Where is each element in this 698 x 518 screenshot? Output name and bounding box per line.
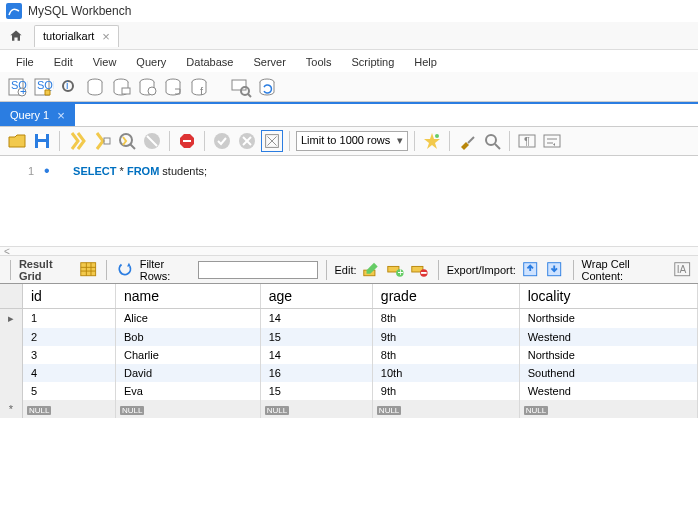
- menu-database[interactable]: Database: [176, 54, 243, 68]
- svg-text:+: +: [20, 85, 26, 97]
- null-cell[interactable]: NULL: [372, 400, 519, 418]
- table-row[interactable]: 4 David 16 10th Southend: [0, 364, 698, 382]
- view-icon[interactable]: [136, 76, 158, 98]
- query-tab-label: Query 1: [10, 109, 49, 121]
- row-marker: [0, 364, 23, 382]
- commit-icon[interactable]: [211, 130, 233, 152]
- null-cell[interactable]: NULL: [23, 400, 116, 418]
- stop-icon[interactable]: [141, 130, 163, 152]
- menu-help[interactable]: Help: [404, 54, 447, 68]
- col-age[interactable]: age: [260, 284, 372, 309]
- col-name[interactable]: name: [116, 284, 261, 309]
- null-cell[interactable]: NULL: [519, 400, 697, 418]
- delete-row-icon[interactable]: [409, 259, 429, 281]
- table-row[interactable]: ▸ 1 Alice 14 8th Northside: [0, 309, 698, 329]
- menu-view[interactable]: View: [83, 54, 127, 68]
- new-sql-tab-icon[interactable]: SQL+: [6, 76, 28, 98]
- query-tab-close-icon[interactable]: ×: [57, 108, 65, 123]
- refresh-icon[interactable]: [115, 259, 135, 281]
- brush-icon[interactable]: [456, 130, 478, 152]
- cell[interactable]: 8th: [372, 309, 519, 329]
- cell[interactable]: 16: [260, 364, 372, 382]
- search-icon[interactable]: [230, 76, 252, 98]
- cell[interactable]: Northside: [519, 346, 697, 364]
- cell[interactable]: 9th: [372, 328, 519, 346]
- table-icon[interactable]: [110, 76, 132, 98]
- menu-scripting[interactable]: Scripting: [342, 54, 405, 68]
- cell[interactable]: 4: [23, 364, 116, 382]
- menu-server[interactable]: Server: [243, 54, 295, 68]
- cell[interactable]: Eva: [116, 382, 261, 400]
- import-icon[interactable]: [544, 259, 564, 281]
- wrap-icon[interactable]: [541, 130, 563, 152]
- autocommit-icon[interactable]: [261, 130, 283, 152]
- cell[interactable]: David: [116, 364, 261, 382]
- document-tab-label: tutorialkart: [43, 30, 94, 42]
- cell[interactable]: Alice: [116, 309, 261, 329]
- menu-file[interactable]: File: [6, 54, 44, 68]
- menu-tools[interactable]: Tools: [296, 54, 342, 68]
- menu-query[interactable]: Query: [126, 54, 176, 68]
- explain-icon[interactable]: [116, 130, 138, 152]
- cell[interactable]: Westend: [519, 382, 697, 400]
- wrap-cell-icon[interactable]: IA: [672, 259, 692, 281]
- cell[interactable]: 3: [23, 346, 116, 364]
- separator: [10, 260, 11, 280]
- sql-editor[interactable]: 1• SELECT * FROM students;: [0, 156, 698, 246]
- col-locality[interactable]: locality: [519, 284, 697, 309]
- result-grid-label: Result Grid: [19, 258, 74, 282]
- null-cell[interactable]: NULL: [116, 400, 261, 418]
- result-grid-icon[interactable]: [78, 259, 98, 281]
- result-grid[interactable]: id name age grade locality ▸ 1 Alice 14 …: [0, 284, 698, 418]
- cell[interactable]: Westend: [519, 328, 697, 346]
- document-tab-close-icon[interactable]: ×: [102, 29, 110, 44]
- cell[interactable]: 8th: [372, 346, 519, 364]
- row-marker-current-icon: ▸: [0, 309, 23, 329]
- col-grade[interactable]: grade: [372, 284, 519, 309]
- table-row[interactable]: 3 Charlie 14 8th Northside: [0, 346, 698, 364]
- cell[interactable]: 15: [260, 382, 372, 400]
- cell[interactable]: 10th: [372, 364, 519, 382]
- open-sql-script-icon[interactable]: SQL: [32, 76, 54, 98]
- cell[interactable]: 1: [23, 309, 116, 329]
- execute-icon[interactable]: [66, 130, 88, 152]
- cell[interactable]: Southend: [519, 364, 697, 382]
- home-icon[interactable]: [6, 26, 26, 46]
- cell[interactable]: 14: [260, 346, 372, 364]
- cell[interactable]: Bob: [116, 328, 261, 346]
- table-row[interactable]: 5 Eva 15 9th Westend: [0, 382, 698, 400]
- open-file-icon[interactable]: [6, 130, 28, 152]
- query-tab[interactable]: Query 1 ×: [0, 104, 75, 126]
- pane-splitter[interactable]: <: [0, 246, 698, 256]
- table-row-new[interactable]: * NULL NULL NULL NULL NULL: [0, 400, 698, 418]
- execute-current-icon[interactable]: [91, 130, 113, 152]
- null-cell[interactable]: NULL: [260, 400, 372, 418]
- inspector-icon[interactable]: i: [58, 76, 80, 98]
- stop-on-error-icon[interactable]: [176, 130, 198, 152]
- edit-row-icon[interactable]: [361, 259, 381, 281]
- schema-icon[interactable]: [84, 76, 106, 98]
- filter-rows-input[interactable]: [198, 261, 318, 279]
- cell[interactable]: Northside: [519, 309, 697, 329]
- find-icon[interactable]: [481, 130, 503, 152]
- reconnect-icon[interactable]: [256, 76, 278, 98]
- limit-rows-select[interactable]: Limit to 1000 rows ▾: [296, 131, 408, 151]
- cell[interactable]: 5: [23, 382, 116, 400]
- procedure-icon[interactable]: [162, 76, 184, 98]
- rollback-icon[interactable]: [236, 130, 258, 152]
- cell[interactable]: 9th: [372, 382, 519, 400]
- function-icon[interactable]: f: [188, 76, 210, 98]
- table-row[interactable]: 2 Bob 15 9th Westend: [0, 328, 698, 346]
- cell[interactable]: 2: [23, 328, 116, 346]
- cell[interactable]: 14: [260, 309, 372, 329]
- beautify-icon[interactable]: [421, 130, 443, 152]
- toggle-invisibles-icon[interactable]: ¶: [516, 130, 538, 152]
- add-row-icon[interactable]: +: [385, 259, 405, 281]
- menu-edit[interactable]: Edit: [44, 54, 83, 68]
- cell[interactable]: Charlie: [116, 346, 261, 364]
- export-icon[interactable]: [520, 259, 540, 281]
- cell[interactable]: 15: [260, 328, 372, 346]
- save-icon[interactable]: [31, 130, 53, 152]
- col-id[interactable]: id: [23, 284, 116, 309]
- document-tab[interactable]: tutorialkart ×: [34, 25, 119, 47]
